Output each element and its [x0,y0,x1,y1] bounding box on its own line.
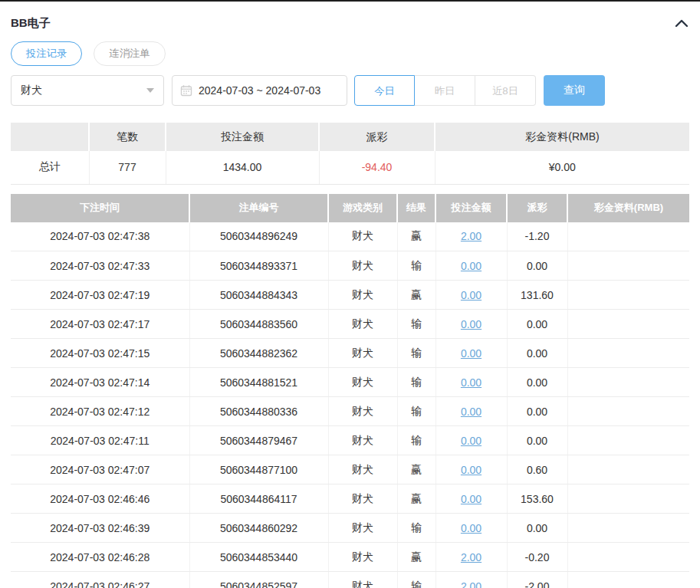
tab-bet-records[interactable]: 投注记录 [11,41,82,66]
records-header-order-id: 注单编号 [189,194,328,222]
records-body: 2024-07-03 02:47:385060344896249财犬赢2.00-… [11,222,689,588]
tab-cancelled-orders[interactable]: 连消注单 [94,41,165,66]
cell-payout: -1.20 [507,222,567,251]
cell-bet-amount: 0.00 [435,368,507,397]
cell-game-type: 财犬 [328,455,397,485]
summary-table: 笔数 投注金额 派彩 彩金资料(RMB) 总计 777 1434.00 -94.… [11,123,689,185]
cell-bonus [567,368,689,397]
cell-bet-amount: 0.00 [435,339,507,368]
table-row: 2024-07-03 02:46:395060344860292财犬输0.000… [11,514,689,543]
cell-result: 输 [397,514,435,543]
cell-payout: 0.00 [507,397,567,426]
bet-amount-link[interactable]: 2.00 [461,580,481,588]
cell-bonus [567,251,689,281]
cell-bet-amount: 0.00 [435,281,507,310]
cell-bet-time: 2024-07-03 02:47:33 [11,251,189,281]
record-type-tabs: 投注记录 连消注单 [11,41,689,66]
cell-payout: 0.00 [507,368,567,397]
quick-range-today[interactable]: 今日 [354,75,415,106]
cell-result: 赢 [397,543,435,572]
bet-amount-link[interactable]: 0.00 [461,318,481,330]
cell-bet-amount: 0.00 [435,310,507,339]
cell-bet-amount: 2.00 [435,572,507,588]
cell-order-id: 5060344879467 [189,426,328,455]
cell-order-id: 5060344884343 [189,281,328,310]
cell-payout: 0.60 [507,455,567,485]
quick-range-group: 今日 昨日 近8日 [354,75,536,106]
cell-bet-time: 2024-07-03 02:46:28 [11,543,189,572]
records-header-payout: 派彩 [507,194,567,222]
bet-amount-link[interactable]: 2.00 [461,551,481,563]
cell-bet-time: 2024-07-03 02:46:27 [11,572,189,588]
summary-header-bonus: 彩金资料(RMB) [435,123,689,151]
summary-header-bet-amount: 投注金额 [166,123,319,151]
summary-total-bonus: ¥0.00 [435,151,689,184]
cell-game-type: 财犬 [328,397,397,426]
cell-game-type: 财犬 [328,339,397,368]
cell-result: 赢 [397,222,435,251]
bet-amount-link[interactable]: 0.00 [461,406,481,418]
collapse-panel-button[interactable] [674,15,689,31]
quick-range-last-8-days[interactable]: 近8日 [475,75,536,106]
cell-bonus [567,222,689,251]
records-table: 下注时间 注单编号 游戏类别 结果 投注金额 派彩 彩金资料(RMB) 2024… [11,194,689,588]
calendar-icon [180,84,192,97]
cell-game-type: 财犬 [328,543,397,572]
summary-header-blank [11,123,89,151]
game-select-value: 财犬 [21,84,42,97]
caret-down-icon [146,88,154,93]
records-header-game-type: 游戏类别 [328,194,397,222]
bet-amount-link[interactable]: 0.00 [461,493,481,505]
cell-bet-time: 2024-07-03 02:46:46 [11,485,189,514]
date-range-value: 2024-07-03 ~ 2024-07-03 [199,84,320,97]
cell-bet-time: 2024-07-03 02:47:14 [11,368,189,397]
cell-result: 赢 [397,485,435,514]
cell-bonus [567,543,689,572]
bet-amount-link[interactable]: 0.00 [461,347,481,360]
game-select[interactable]: 财犬 [11,75,164,106]
bet-amount-link[interactable]: 0.00 [461,464,481,476]
bet-amount-link[interactable]: 0.00 [461,435,481,447]
summary-total-payout: -94.40 [319,151,435,184]
records-header-bet-time: 下注时间 [11,194,189,222]
quick-range-yesterday[interactable]: 昨日 [415,75,475,106]
cell-game-type: 财犬 [328,426,397,455]
cell-game-type: 财犬 [328,251,397,281]
records-header-bet-amount: 投注金额 [435,194,507,222]
table-row: 2024-07-03 02:46:275060344852597财犬输2.00-… [11,572,689,588]
table-row: 2024-07-03 02:47:195060344884343财犬赢0.001… [11,281,689,310]
summary-header-payout: 派彩 [319,123,435,151]
bet-amount-link[interactable]: 2.00 [461,230,481,242]
cell-payout: 131.60 [507,281,567,310]
cell-bet-amount: 0.00 [435,485,507,514]
cell-game-type: 财犬 [328,485,397,514]
cell-payout: 153.60 [507,485,567,514]
cell-bonus [567,339,689,368]
cell-bonus [567,397,689,426]
bet-amount-link[interactable]: 0.00 [461,289,481,301]
table-row: 2024-07-03 02:47:155060344882362财犬输0.000… [11,339,689,368]
cell-bet-amount: 0.00 [435,455,507,485]
date-range-input[interactable]: 2024-07-03 ~ 2024-07-03 [172,75,347,106]
bet-amount-link[interactable]: 0.00 [461,522,481,534]
betting-records-panel: BB电子 投注记录 连消注单 财犬 [0,2,700,588]
cell-order-id: 5060344852597 [189,572,328,588]
records-header-result: 结果 [397,194,435,222]
summary-total-bet-amount: 1434.00 [166,151,319,184]
bet-amount-link[interactable]: 0.00 [461,260,481,272]
cell-bet-amount: 0.00 [435,397,507,426]
cell-order-id: 5060344893371 [189,251,328,281]
cell-bet-amount: 2.00 [435,543,507,572]
cell-bet-time: 2024-07-03 02:47:07 [11,455,189,485]
cell-bonus [567,455,689,485]
search-button[interactable]: 查询 [544,75,605,106]
cell-bet-amount: 0.00 [435,251,507,281]
cell-bonus [567,426,689,455]
bet-amount-link[interactable]: 0.00 [461,376,481,389]
cell-bonus [567,572,689,588]
cell-result: 输 [397,426,435,455]
cell-order-id: 5060344881521 [189,368,328,397]
cell-payout: 0.00 [507,339,567,368]
cell-bet-amount: 2.00 [435,222,507,251]
records-header-row: 下注时间 注单编号 游戏类别 结果 投注金额 派彩 彩金资料(RMB) [11,194,689,222]
